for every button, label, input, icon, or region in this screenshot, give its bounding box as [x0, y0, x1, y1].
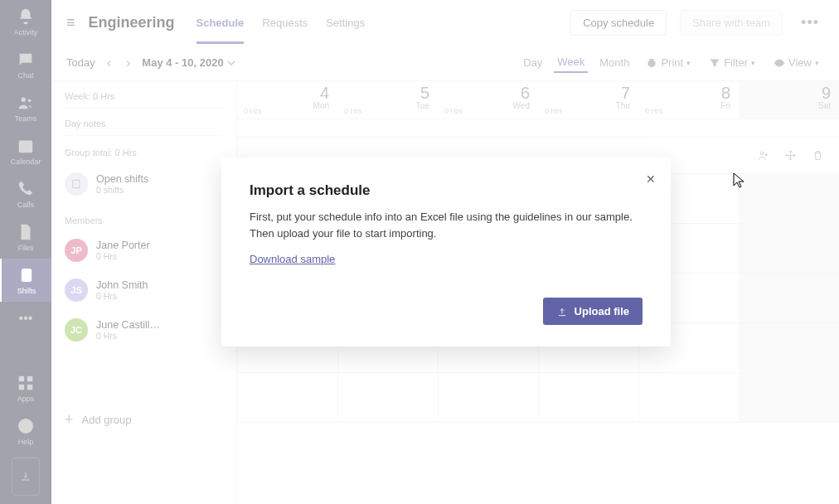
close-icon[interactable]: ✕ [646, 172, 656, 186]
import-schedule-modal: ✕ Import a schedule First, put your sche… [221, 158, 671, 346]
modal-body: First, put your schedule info into an Ex… [250, 209, 643, 241]
modal-title: Import a schedule [250, 182, 643, 199]
upload-icon [556, 306, 568, 317]
upload-file-button[interactable]: Upload file [543, 298, 643, 325]
download-sample-link[interactable]: Download sample [250, 253, 335, 265]
